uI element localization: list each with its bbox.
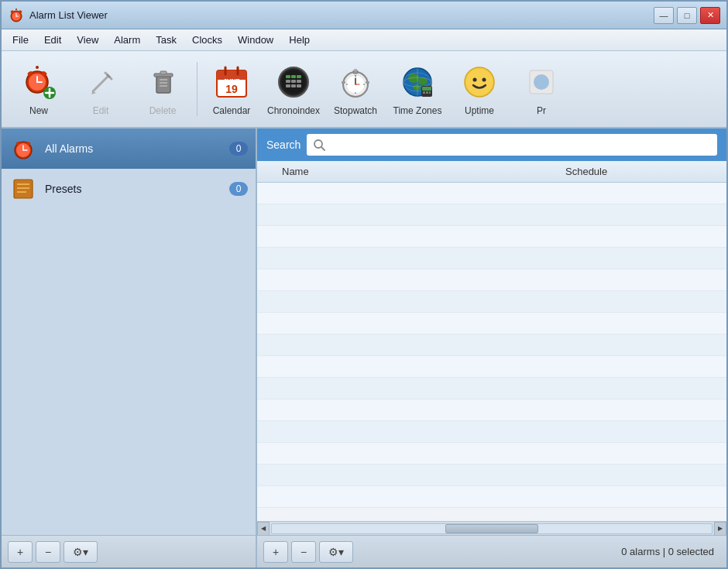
uptime-button[interactable]: Uptime	[448, 55, 510, 123]
search-icon	[313, 139, 325, 151]
menu-item-task[interactable]: Task	[148, 31, 184, 49]
svg-point-72	[466, 69, 493, 95]
calendar-button[interactable]: JUNE 19 Calendar	[201, 55, 263, 123]
svg-rect-41	[291, 80, 296, 83]
svg-line-17	[93, 76, 108, 91]
menu-item-help[interactable]: Help	[281, 31, 318, 49]
sidebar-item-all-alarms[interactable]: All Alarms 0	[2, 129, 256, 169]
menubar: FileEditViewAlarmTaskClocksWindowHelp	[2, 29, 726, 51]
sidebar-list: All Alarms 0 Presets 0	[2, 129, 256, 535]
svg-point-62	[413, 84, 421, 91]
svg-rect-42	[297, 80, 301, 83]
pr-icon	[521, 62, 561, 102]
table-row	[257, 464, 726, 486]
scrollbar-track[interactable]	[271, 523, 713, 534]
delete-button[interactable]: Delete	[132, 55, 194, 123]
window-controls: — □ ✕	[654, 7, 720, 24]
delete-label: Delete	[149, 105, 177, 116]
menu-item-alarm[interactable]: Alarm	[106, 31, 148, 49]
right-remove-button[interactable]: −	[291, 541, 316, 563]
presets-label: Presets	[45, 183, 221, 195]
svg-text:19: 19	[225, 83, 238, 95]
svg-point-13	[36, 66, 39, 69]
toolbar: New Edit	[2, 51, 726, 129]
right-settings-button[interactable]: ⚙▾	[319, 541, 353, 563]
chronoindex-label: Chronoindex	[267, 105, 320, 116]
presets-badge: 0	[229, 182, 248, 196]
table-row	[257, 248, 726, 269]
delete-icon	[143, 62, 183, 102]
table-row	[257, 486, 726, 508]
svg-line-88	[321, 147, 325, 150]
svg-point-74	[482, 78, 486, 82]
table-row	[257, 226, 726, 248]
scroll-right-button[interactable]: ▶	[714, 522, 726, 536]
table-row	[257, 443, 726, 464]
svg-rect-83	[14, 180, 33, 198]
all-alarms-badge: 0	[229, 142, 248, 156]
maximize-button[interactable]: □	[677, 7, 697, 24]
svg-rect-57	[342, 81, 345, 84]
svg-rect-39	[297, 75, 301, 78]
svg-rect-43	[286, 84, 290, 87]
status-text: 0 alarms | 0 selected	[621, 546, 720, 557]
svg-rect-45	[297, 84, 301, 87]
search-input[interactable]	[328, 139, 711, 151]
minimize-button[interactable]: —	[654, 7, 674, 24]
svg-rect-37	[286, 75, 290, 78]
menu-item-edit[interactable]: Edit	[36, 31, 69, 49]
table-row	[257, 378, 726, 399]
main-window: Alarm List Viewer — □ ✕ FileEditViewAlar…	[0, 0, 728, 569]
right-add-button[interactable]: +	[263, 541, 288, 563]
svg-rect-26	[160, 71, 167, 74]
chronoindex-button[interactable]: Chronoindex	[263, 55, 325, 123]
menu-item-clocks[interactable]: Clocks	[184, 31, 230, 49]
table-row	[257, 334, 726, 356]
menu-item-file[interactable]: File	[5, 31, 36, 49]
svg-rect-70	[429, 91, 431, 94]
search-bar: Search	[257, 129, 726, 161]
svg-rect-40	[286, 80, 290, 83]
svg-point-76	[534, 74, 549, 90]
sidebar-settings-button[interactable]: ⚙▾	[64, 541, 98, 563]
svg-rect-67	[422, 87, 431, 91]
table-header: Name Schedule	[257, 161, 726, 183]
menu-item-window[interactable]: Window	[230, 31, 281, 49]
edit-button[interactable]: Edit	[70, 55, 132, 123]
svg-rect-38	[291, 75, 296, 78]
svg-rect-68	[423, 91, 425, 94]
table-body	[257, 183, 726, 521]
timezones-button[interactable]: Time Zones	[386, 55, 448, 123]
table-row	[257, 183, 726, 204]
uptime-icon	[459, 62, 500, 102]
table-col-name: Name	[282, 166, 565, 177]
svg-rect-58	[366, 81, 369, 84]
timezones-icon	[397, 62, 438, 102]
calendar-label: Calendar	[213, 105, 251, 116]
scrollbar-thumb[interactable]	[445, 524, 538, 533]
scroll-left-button[interactable]: ◀	[257, 522, 270, 536]
titlebar: Alarm List Viewer — □ ✕	[2, 2, 726, 29]
all-alarms-label: All Alarms	[45, 142, 221, 155]
new-button[interactable]: New	[8, 55, 70, 123]
window-title: Alarm List Viewer	[29, 9, 654, 21]
table-row	[257, 399, 726, 421]
right-footer: + − ⚙▾ 0 alarms | 0 selected	[257, 535, 726, 567]
sidebar-remove-button[interactable]: −	[36, 541, 60, 563]
stopwatch-label: Stopwatch	[334, 105, 377, 116]
menu-item-view[interactable]: View	[69, 31, 106, 49]
new-label: New	[29, 105, 48, 116]
search-input-wrap[interactable]	[307, 134, 717, 156]
sidebar-add-button[interactable]: +	[8, 541, 33, 563]
table-row	[257, 204, 726, 226]
alarm-icon	[9, 135, 37, 163]
stopwatch-button[interactable]: Stopwatch	[325, 55, 386, 123]
chronoindex-icon	[273, 62, 314, 102]
sidebar: All Alarms 0 Presets 0	[2, 129, 257, 567]
close-button[interactable]: ✕	[700, 7, 720, 24]
table-row	[257, 313, 726, 334]
table-row	[257, 421, 726, 443]
table-row	[257, 356, 726, 378]
pr-button[interactable]: Pr	[510, 55, 572, 123]
sidebar-item-presets[interactable]: Presets 0	[2, 169, 256, 209]
